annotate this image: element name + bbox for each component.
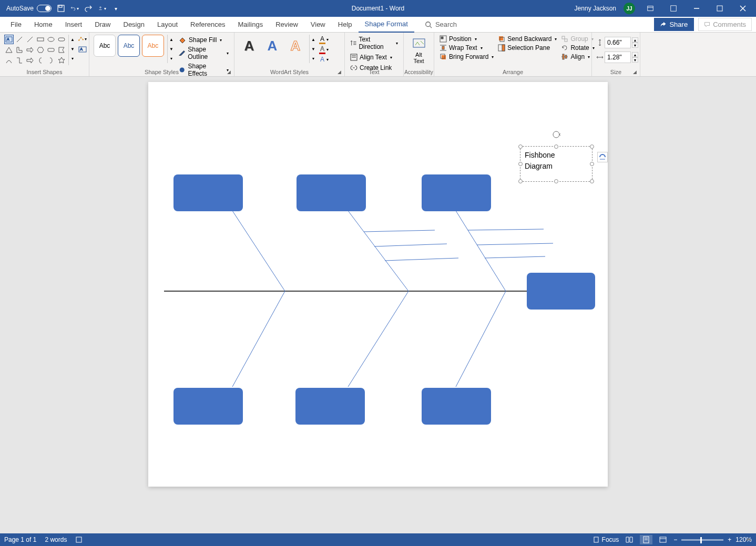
wrap-text-button[interactable]: Wrap Text▾ (438, 44, 495, 52)
shape-line-icon[interactable] (15, 35, 24, 44)
print-layout-button[interactable] (640, 535, 652, 544)
zoom-slider[interactable] (681, 539, 723, 541)
tab-view[interactable]: View (304, 17, 332, 33)
ribbon-display-options-icon[interactable] (642, 3, 658, 14)
bring-forward-button[interactable]: Bring Forward▾ (438, 53, 495, 61)
web-layout-button[interactable] (657, 535, 669, 544)
shape-hexagon-icon[interactable] (36, 45, 45, 55)
shape-triangle-icon[interactable] (4, 45, 14, 55)
rotate-button[interactable]: Rotate▾ (560, 44, 595, 52)
height-down-button[interactable]: ▼ (632, 43, 638, 48)
shape-style-preset-2[interactable]: Abc (118, 35, 140, 57)
wordart-gallery-more[interactable]: ▾ (310, 54, 317, 63)
customize-qat-button[interactable]: ▾ (98, 4, 106, 13)
text-fill-button[interactable]: A▾ (319, 35, 329, 44)
size-launcher[interactable]: ◢ (633, 69, 638, 75)
cause-box-bottom-2[interactable] (295, 388, 365, 425)
shape-line2-icon[interactable] (25, 35, 35, 44)
cause-box-top-2[interactable] (297, 174, 366, 211)
layout-options-button[interactable] (597, 152, 608, 162)
document-area[interactable]: Fishbone Diagram (0, 77, 756, 533)
text-effects-button[interactable]: A▾ (319, 55, 329, 64)
cause-box-bottom-1[interactable] (173, 388, 243, 425)
effect-box[interactable] (527, 273, 595, 310)
gallery-down-button[interactable]: ▼ (69, 44, 76, 54)
gallery-more-button[interactable]: ▾ (69, 54, 76, 63)
page-indicator[interactable]: Page 1 of 1 (4, 536, 36, 543)
zoom-in-button[interactable]: + (728, 536, 731, 543)
share-button[interactable]: Share (654, 18, 694, 31)
textbox-selected[interactable]: Fishbone Diagram (520, 146, 592, 182)
maximize-button[interactable] (712, 3, 728, 14)
wordart-gallery-down[interactable]: ▼ (310, 44, 317, 54)
tab-shape-format[interactable]: Shape Format (359, 17, 414, 33)
redo-button[interactable] (84, 4, 93, 13)
shape-textbox-icon[interactable]: A (4, 35, 14, 44)
edit-shape-button[interactable]: ▾ (78, 35, 87, 43)
shape-fill-button[interactable]: Shape Fill ▾ (177, 36, 230, 44)
undo-button[interactable]: ▾ (70, 4, 79, 13)
shape-arrow-icon[interactable] (25, 56, 35, 65)
width-down-button[interactable]: ▼ (632, 57, 638, 63)
rotate-handle[interactable] (551, 130, 561, 139)
text-outline-button[interactable]: A▾ (319, 45, 329, 54)
alt-text-button[interactable]: Alt Text (408, 35, 430, 66)
tab-layout[interactable]: Layout (151, 17, 184, 33)
selection-handle-se[interactable] (590, 179, 594, 183)
wordart-gallery-up[interactable]: ▲ (310, 35, 317, 44)
tab-mailings[interactable]: Mailings (232, 17, 270, 33)
shape-star-icon[interactable] (57, 56, 66, 65)
selection-handle-nw[interactable] (518, 145, 523, 149)
align-button[interactable]: Align▾ (560, 53, 595, 61)
cause-box-bottom-3[interactable] (422, 388, 491, 425)
shape-width-input[interactable] (605, 51, 631, 63)
gallery-up-button[interactable]: ▲ (69, 35, 76, 44)
style-gallery-down[interactable]: ▼ (168, 44, 175, 54)
focus-mode-button[interactable]: Focus (592, 536, 619, 543)
autosave-toggle[interactable]: AutoSave (6, 5, 52, 12)
read-mode-button[interactable] (623, 535, 636, 544)
minimize-button[interactable] (689, 3, 704, 14)
cause-box-top-3[interactable] (422, 174, 491, 211)
tab-review[interactable]: Review (269, 17, 304, 33)
shape-flag-icon[interactable] (57, 45, 66, 55)
shape-brace-left-icon[interactable] (36, 56, 45, 65)
shape-rounded-rect-icon[interactable] (46, 45, 56, 55)
align-text-button[interactable]: Align Text ▾ (349, 53, 393, 62)
shapes-gallery[interactable]: A (4, 35, 76, 65)
shape-rounded-rect2-icon[interactable] (57, 35, 66, 44)
window-snap-icon[interactable] (666, 3, 681, 14)
zoom-out-button[interactable]: − (673, 536, 677, 543)
tab-design[interactable]: Design (117, 17, 151, 33)
text-direction-button[interactable]: Text Direction ▾ (349, 35, 399, 51)
shape-connector-icon[interactable] (15, 56, 24, 65)
shape-height-input[interactable] (605, 37, 631, 48)
shape-outline-button[interactable]: Shape Outline ▾ (177, 45, 230, 61)
selection-handle-sw[interactable] (518, 179, 523, 183)
user-avatar[interactable]: JJ (624, 3, 635, 14)
shape-oval-icon[interactable] (46, 35, 56, 44)
tab-home[interactable]: Home (28, 17, 59, 33)
wordart-preset-2[interactable]: A (262, 35, 283, 57)
shape-style-preset-3[interactable]: Abc (142, 35, 164, 57)
tab-help[interactable]: Help (332, 17, 359, 33)
selection-handle-ne[interactable] (590, 145, 594, 149)
selection-handle-e[interactable] (590, 162, 594, 166)
shape-style-preset-1[interactable]: Abc (94, 35, 116, 57)
tab-insert[interactable]: Insert (59, 17, 89, 33)
shape-brace-right-icon[interactable] (46, 56, 56, 65)
wordart-styles-launcher[interactable]: ◢ (338, 69, 343, 75)
tab-file[interactable]: File (4, 17, 28, 33)
selection-handle-w[interactable] (518, 162, 523, 166)
shape-l-icon[interactable] (15, 45, 24, 55)
selection-handle-s[interactable] (554, 179, 558, 183)
width-up-button[interactable]: ▲ (632, 52, 638, 57)
height-up-button[interactable]: ▲ (632, 37, 638, 43)
send-backward-button[interactable]: Send Backward▾ (497, 35, 558, 43)
shape-rectangle-icon[interactable] (36, 35, 45, 44)
qat-more-button[interactable]: ▾ (111, 4, 120, 13)
wordart-preset-3[interactable]: A (285, 35, 306, 57)
shape-line-arc-icon[interactable] (4, 56, 14, 65)
proofing-icon[interactable] (75, 536, 83, 543)
wordart-preset-1[interactable]: A (239, 35, 260, 57)
